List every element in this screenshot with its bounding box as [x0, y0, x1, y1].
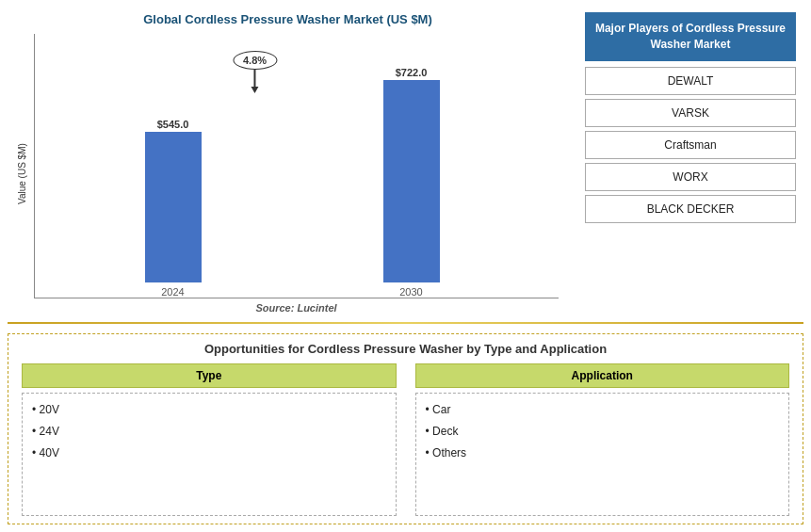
bar-group-2030: $722.0 2030	[292, 67, 530, 298]
bottom-columns: Type 20V 24V 40V Application Car Deck Ot…	[22, 363, 789, 516]
type-items: 20V 24V 40V	[22, 393, 397, 516]
app-item-others: Others	[426, 443, 780, 464]
application-items: Car Deck Others	[415, 393, 790, 516]
arrow-head	[251, 87, 259, 93]
type-item-40v: 40V	[32, 443, 386, 464]
bar-2024	[145, 132, 202, 282]
arrow-line	[254, 70, 256, 87]
annotation-oval: 4.8%	[233, 51, 277, 70]
type-header: Type	[22, 363, 397, 388]
chart-title: Global Cordless Pressure Washer Market (…	[17, 12, 559, 26]
bar-2030	[383, 80, 440, 282]
application-block: Application Car Deck Others	[415, 363, 790, 516]
bar-group-2024: $545.0 2024	[54, 119, 292, 298]
bar-value-2030: $722.0	[396, 67, 428, 78]
bar-label-2024: 2024	[161, 286, 184, 298]
bottom-section: Opportunities for Cordless Pressure Wash…	[8, 333, 803, 524]
divider-line	[8, 322, 803, 324]
top-section: Global Cordless Pressure Washer Market (…	[8, 8, 803, 318]
bar-value-2024: $545.0	[157, 119, 189, 130]
players-area: Major Players of Cordless Pressure Washe…	[577, 8, 803, 318]
player-item-worx: WORX	[585, 163, 796, 191]
type-item-20v: 20V	[32, 399, 386, 421]
bars-area: 4.8% $545.0 2024 $722.0	[34, 34, 559, 298]
players-title: Major Players of Cordless Pressure Washe…	[585, 12, 796, 61]
player-item-blackdecker: BLACK DECKER	[585, 195, 796, 223]
player-item-dewalt: DEWALT	[585, 67, 796, 95]
chart-area: Global Cordless Pressure Washer Market (…	[8, 8, 568, 318]
bottom-title: Opportunities for Cordless Pressure Wash…	[22, 342, 789, 356]
type-item-24v: 24V	[32, 421, 386, 443]
app-item-deck: Deck	[426, 421, 780, 443]
chart-source: Source: Lucintel	[34, 302, 559, 314]
y-axis-label: Value (US $M)	[17, 34, 34, 314]
application-header: Application	[415, 363, 790, 388]
player-item-varsk: VARSK	[585, 99, 796, 127]
chart-inner: Value (US $M) 4.8% $545.0 20	[17, 34, 559, 314]
main-container: Global Cordless Pressure Washer Market (…	[0, 0, 811, 532]
type-block: Type 20V 24V 40V	[22, 363, 397, 516]
bar-label-2030: 2030	[399, 286, 422, 298]
app-item-car: Car	[426, 399, 780, 421]
chart-canvas: 4.8% $545.0 2024 $722.0	[34, 34, 559, 314]
player-item-craftsman: Craftsman	[585, 131, 796, 159]
arrow-annotation: 4.8%	[233, 51, 277, 93]
